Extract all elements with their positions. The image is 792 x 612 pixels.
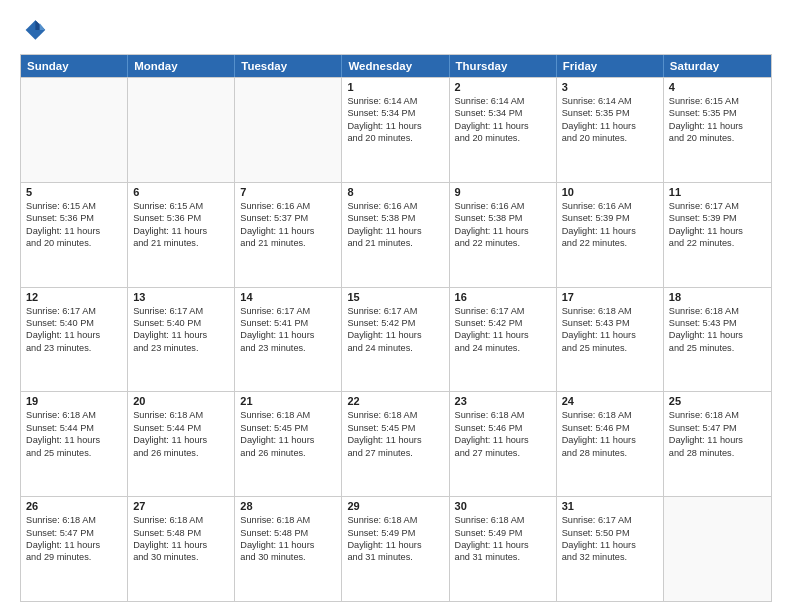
cell-info-line: and 25 minutes. — [669, 342, 766, 354]
cell-info-line: and 28 minutes. — [562, 447, 658, 459]
cal-cell-day-31: 31Sunrise: 6:17 AMSunset: 5:50 PMDayligh… — [557, 497, 664, 601]
cell-info-line: Sunset: 5:48 PM — [240, 527, 336, 539]
cal-cell-empty — [664, 497, 771, 601]
cal-cell-day-16: 16Sunrise: 6:17 AMSunset: 5:42 PMDayligh… — [450, 288, 557, 392]
cell-info-line: Sunset: 5:45 PM — [347, 422, 443, 434]
cal-cell-day-2: 2Sunrise: 6:14 AMSunset: 5:34 PMDaylight… — [450, 78, 557, 182]
cell-info-line: Sunrise: 6:18 AM — [240, 409, 336, 421]
weekday-header-friday: Friday — [557, 55, 664, 77]
cell-info-line: Sunrise: 6:18 AM — [26, 409, 122, 421]
cell-info-line: Daylight: 11 hours — [133, 539, 229, 551]
cell-info-line: and 32 minutes. — [562, 551, 658, 563]
day-number: 7 — [240, 186, 336, 198]
cell-info-line: Sunset: 5:46 PM — [562, 422, 658, 434]
cell-info-line: and 20 minutes. — [347, 132, 443, 144]
weekday-header-wednesday: Wednesday — [342, 55, 449, 77]
cal-cell-day-27: 27Sunrise: 6:18 AMSunset: 5:48 PMDayligh… — [128, 497, 235, 601]
cell-info-line: Sunrise: 6:14 AM — [562, 95, 658, 107]
weekday-header-saturday: Saturday — [664, 55, 771, 77]
day-number: 13 — [133, 291, 229, 303]
cell-info-line: Daylight: 11 hours — [240, 434, 336, 446]
cell-info-line: Sunset: 5:36 PM — [133, 212, 229, 224]
day-number: 16 — [455, 291, 551, 303]
cal-cell-day-6: 6Sunrise: 6:15 AMSunset: 5:36 PMDaylight… — [128, 183, 235, 287]
cal-cell-day-29: 29Sunrise: 6:18 AMSunset: 5:49 PMDayligh… — [342, 497, 449, 601]
cell-info-line: and 22 minutes. — [669, 237, 766, 249]
logo — [20, 16, 52, 44]
cell-info-line: and 20 minutes. — [26, 237, 122, 249]
day-number: 17 — [562, 291, 658, 303]
day-number: 19 — [26, 395, 122, 407]
cell-info-line: Sunset: 5:46 PM — [455, 422, 551, 434]
cell-info-line: Sunset: 5:50 PM — [562, 527, 658, 539]
cell-info-line: Sunrise: 6:15 AM — [669, 95, 766, 107]
day-number: 11 — [669, 186, 766, 198]
day-number: 24 — [562, 395, 658, 407]
cell-info-line: and 20 minutes. — [562, 132, 658, 144]
cell-info-line: Sunrise: 6:18 AM — [26, 514, 122, 526]
cal-cell-day-30: 30Sunrise: 6:18 AMSunset: 5:49 PMDayligh… — [450, 497, 557, 601]
calendar-body: 1Sunrise: 6:14 AMSunset: 5:34 PMDaylight… — [21, 77, 771, 601]
cell-info-line: and 28 minutes. — [669, 447, 766, 459]
cal-cell-day-12: 12Sunrise: 6:17 AMSunset: 5:40 PMDayligh… — [21, 288, 128, 392]
cal-cell-day-13: 13Sunrise: 6:17 AMSunset: 5:40 PMDayligh… — [128, 288, 235, 392]
cell-info-line: Sunset: 5:43 PM — [669, 317, 766, 329]
calendar: SundayMondayTuesdayWednesdayThursdayFrid… — [20, 54, 772, 602]
day-number: 18 — [669, 291, 766, 303]
cal-cell-day-21: 21Sunrise: 6:18 AMSunset: 5:45 PMDayligh… — [235, 392, 342, 496]
cell-info-line: and 23 minutes. — [26, 342, 122, 354]
cal-cell-day-1: 1Sunrise: 6:14 AMSunset: 5:34 PMDaylight… — [342, 78, 449, 182]
cal-cell-day-24: 24Sunrise: 6:18 AMSunset: 5:46 PMDayligh… — [557, 392, 664, 496]
cell-info-line: Sunrise: 6:16 AM — [562, 200, 658, 212]
cell-info-line: and 30 minutes. — [240, 551, 336, 563]
cell-info-line: Sunrise: 6:18 AM — [669, 409, 766, 421]
cell-info-line: Sunset: 5:41 PM — [240, 317, 336, 329]
cal-cell-day-28: 28Sunrise: 6:18 AMSunset: 5:48 PMDayligh… — [235, 497, 342, 601]
day-number: 31 — [562, 500, 658, 512]
weekday-header-sunday: Sunday — [21, 55, 128, 77]
day-number: 15 — [347, 291, 443, 303]
cell-info-line: and 31 minutes. — [347, 551, 443, 563]
page: SundayMondayTuesdayWednesdayThursdayFrid… — [0, 0, 792, 612]
calendar-row-1: 5Sunrise: 6:15 AMSunset: 5:36 PMDaylight… — [21, 182, 771, 287]
cell-info-line: Daylight: 11 hours — [347, 539, 443, 551]
cell-info-line: and 23 minutes. — [240, 342, 336, 354]
cell-info-line: Daylight: 11 hours — [133, 329, 229, 341]
cell-info-line: Sunrise: 6:17 AM — [240, 305, 336, 317]
cell-info-line: Daylight: 11 hours — [26, 434, 122, 446]
day-number: 29 — [347, 500, 443, 512]
day-number: 5 — [26, 186, 122, 198]
cell-info-line: and 20 minutes. — [455, 132, 551, 144]
cal-cell-day-20: 20Sunrise: 6:18 AMSunset: 5:44 PMDayligh… — [128, 392, 235, 496]
cell-info-line: Sunrise: 6:17 AM — [669, 200, 766, 212]
weekday-header-monday: Monday — [128, 55, 235, 77]
calendar-row-4: 26Sunrise: 6:18 AMSunset: 5:47 PMDayligh… — [21, 496, 771, 601]
calendar-header-row: SundayMondayTuesdayWednesdayThursdayFrid… — [21, 55, 771, 77]
cell-info-line: Daylight: 11 hours — [26, 539, 122, 551]
cell-info-line: Sunset: 5:36 PM — [26, 212, 122, 224]
cell-info-line: Sunset: 5:37 PM — [240, 212, 336, 224]
cal-cell-empty — [128, 78, 235, 182]
cell-info-line: Sunrise: 6:17 AM — [26, 305, 122, 317]
cal-cell-empty — [21, 78, 128, 182]
day-number: 10 — [562, 186, 658, 198]
weekday-header-thursday: Thursday — [450, 55, 557, 77]
cal-cell-day-26: 26Sunrise: 6:18 AMSunset: 5:47 PMDayligh… — [21, 497, 128, 601]
cal-cell-day-19: 19Sunrise: 6:18 AMSunset: 5:44 PMDayligh… — [21, 392, 128, 496]
cell-info-line: Sunrise: 6:16 AM — [455, 200, 551, 212]
cell-info-line: Sunrise: 6:14 AM — [347, 95, 443, 107]
cell-info-line: Sunrise: 6:18 AM — [347, 409, 443, 421]
cell-info-line: Daylight: 11 hours — [26, 225, 122, 237]
cell-info-line: Sunset: 5:34 PM — [347, 107, 443, 119]
cell-info-line: and 22 minutes. — [562, 237, 658, 249]
cell-info-line: and 26 minutes. — [240, 447, 336, 459]
day-number: 28 — [240, 500, 336, 512]
cell-info-line: Sunrise: 6:17 AM — [562, 514, 658, 526]
day-number: 9 — [455, 186, 551, 198]
day-number: 25 — [669, 395, 766, 407]
cal-cell-day-9: 9Sunrise: 6:16 AMSunset: 5:38 PMDaylight… — [450, 183, 557, 287]
day-number: 27 — [133, 500, 229, 512]
day-number: 6 — [133, 186, 229, 198]
cell-info-line: and 22 minutes. — [455, 237, 551, 249]
cal-cell-day-3: 3Sunrise: 6:14 AMSunset: 5:35 PMDaylight… — [557, 78, 664, 182]
